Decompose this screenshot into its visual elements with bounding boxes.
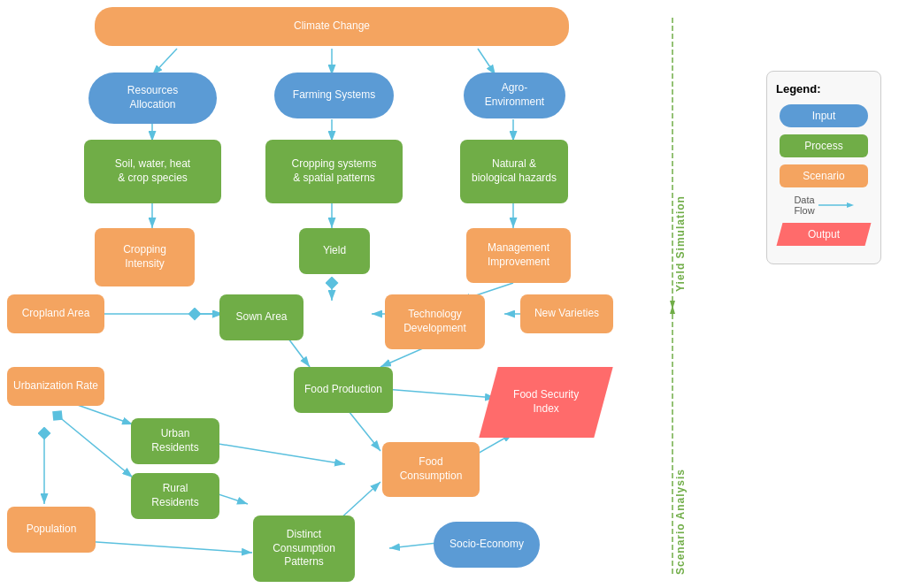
urbanization-rate-label: Urbanization Rate xyxy=(13,379,98,393)
cropland-area-label: Cropland Area xyxy=(22,307,90,321)
rural-residents-node: Rural Residents xyxy=(131,473,219,519)
urban-residents-node: Urban Residents xyxy=(131,418,219,464)
yield-simulation-label: Yield Simulation xyxy=(674,27,687,292)
food-consumption-label: Food Consumption xyxy=(400,455,463,483)
farming-systems-node: Farming Systems xyxy=(274,73,394,118)
legend-output-label: Output xyxy=(790,228,857,241)
diagram-container: Climate Change Resources Allocation Farm… xyxy=(0,0,899,588)
legend-input: Input xyxy=(776,104,872,127)
cropland-area-node: Cropland Area xyxy=(7,294,104,333)
food-production-node: Food Production xyxy=(294,367,393,413)
yield-label: Yield xyxy=(323,244,346,258)
cropping-intensity-label: Cropping Intensity xyxy=(123,243,166,271)
distinct-consumption-node: Distinct Consumption Patterns xyxy=(253,515,355,582)
rural-residents-label: Rural Residents xyxy=(151,482,198,509)
urbanization-rate-node: Urbanization Rate xyxy=(7,367,104,406)
soil-water-label: Soil, water, heat & crop species xyxy=(115,157,190,185)
soil-water-node: Soil, water, heat & crop species xyxy=(84,140,221,203)
svg-line-24 xyxy=(58,416,133,477)
population-label: Population xyxy=(27,523,77,537)
legend-panel: Legend: Input Process Scenario DataFlow … xyxy=(766,71,881,264)
natural-hazards-node: Natural & biological hazards xyxy=(460,140,568,203)
technology-development-node: Technology Development xyxy=(385,294,485,349)
legend-output: Output xyxy=(776,223,872,246)
climate-change-label: Climate Change xyxy=(294,19,370,34)
food-security-index-label: Food Security Index xyxy=(513,388,579,416)
agro-environment-label: Agro- Environment xyxy=(485,81,544,109)
svg-line-3 xyxy=(152,49,177,75)
climate-change-node: Climate Change xyxy=(95,7,569,46)
svg-line-21 xyxy=(345,407,380,451)
population-node: Population xyxy=(7,507,96,553)
sown-area-label: Sown Area xyxy=(235,310,287,325)
cropping-systems-node: Cropping systems & spatial patterns xyxy=(265,140,403,203)
legend-data-flow: DataFlow xyxy=(776,195,872,216)
natural-hazards-label: Natural & biological hazards xyxy=(472,157,557,185)
legend-process: Process xyxy=(776,134,872,157)
resources-allocation-node: Resources Allocation xyxy=(88,73,217,124)
urban-residents-label: Urban Residents xyxy=(151,427,198,454)
svg-marker-36 xyxy=(847,202,854,208)
svg-line-5 xyxy=(478,49,496,75)
food-security-index-node: Food Security Index xyxy=(479,367,612,438)
svg-line-20 xyxy=(385,389,496,398)
management-improvement-node: Management Improvement xyxy=(466,228,571,283)
farming-systems-label: Farming Systems xyxy=(293,88,375,103)
technology-development-label: Technology Development xyxy=(403,308,466,335)
scenario-analysis-label: Scenario Analysis xyxy=(674,309,687,575)
yield-node: Yield xyxy=(299,228,370,274)
agro-environment-node: Agro- Environment xyxy=(464,73,565,118)
food-consumption-node: Food Consumption xyxy=(382,442,480,497)
legend-title: Legend: xyxy=(776,82,872,95)
distinct-consumption-label: Distinct Consumption Patterns xyxy=(273,528,335,569)
cropping-intensity-node: Cropping Intensity xyxy=(95,228,195,286)
socio-economy-label: Socio-Economy xyxy=(450,538,524,552)
legend-scenario: Scenario xyxy=(776,164,872,187)
data-flow-label: DataFlow xyxy=(794,195,814,216)
cropping-systems-label: Cropping systems & spatial patterns xyxy=(291,157,376,185)
management-improvement-label: Management Improvement xyxy=(488,241,549,269)
socio-economy-node: Socio-Economy xyxy=(434,522,540,568)
food-production-label: Food Production xyxy=(304,383,382,397)
resources-allocation-label: Resources Allocation xyxy=(127,84,178,111)
svg-line-26 xyxy=(208,442,345,464)
sown-area-node: Sown Area xyxy=(219,294,304,340)
svg-marker-32 xyxy=(670,301,675,309)
new-varieties-label: New Varieties xyxy=(534,307,599,321)
new-varieties-node: New Varieties xyxy=(520,294,613,333)
